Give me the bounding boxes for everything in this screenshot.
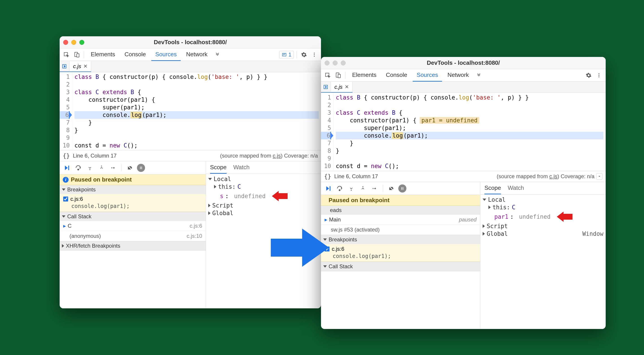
window-title: DevTools - localhost:8080/ [321,60,606,66]
breakpoints-header[interactable]: Breakpoints [60,185,206,194]
step-icon[interactable] [370,184,379,193]
code-editor[interactable]: 12345678910 class B { constructor(p) { c… [60,72,321,150]
window-titlebar: DevTools - localhost:8080/ [60,36,321,48]
svg-point-11 [101,166,102,166]
more-tabs-icon[interactable] [213,50,222,59]
breakpoint-item[interactable]: c.js:6 console.log(par1); [60,194,206,212]
debugger-right: Scope Watch Local this: C par1: undefine… [480,182,606,329]
tab-watch[interactable]: Watch [508,182,524,194]
scope-script[interactable]: Script [482,222,604,230]
tab-console[interactable]: Console [120,48,150,61]
svg-point-6 [314,56,315,57]
tab-sources[interactable]: Sources [151,48,181,61]
device-toggle-icon[interactable] [72,50,81,59]
close-icon[interactable]: ✕ [84,64,88,69]
debugger-left: i Paused on breakpoint Breakpoints c.js:… [60,161,206,308]
step-out-icon[interactable] [97,163,106,172]
step-over-icon[interactable] [74,163,83,172]
scope-this[interactable]: this: C [488,204,604,211]
scope-global[interactable]: Global [208,209,319,217]
window-titlebar: DevTools - localhost:8080/ [321,57,606,69]
breakpoint-snippet: console.log(par1); [71,203,203,209]
svg-point-4 [314,53,315,54]
tab-scope[interactable]: Scope [210,162,226,174]
breakpoint-checkbox[interactable] [63,196,68,202]
xhr-breakpoints-header[interactable]: XHR/fetch Breakpoints [60,241,206,250]
minimize-window-icon[interactable] [333,60,338,66]
scope-variable[interactable]: s: undefined [220,190,319,202]
breakpoints-header[interactable]: Breakpoints [321,235,480,244]
gear-icon[interactable] [584,71,593,80]
paused-text: Paused on breakpoint [324,197,390,204]
code-body[interactable]: class B { constructor(p) { console.log('… [72,72,321,150]
line-gutter[interactable]: 12345678910 [321,93,334,171]
coverage-dropdown-icon[interactable] [596,173,602,180]
breakpoint-item[interactable]: c.js:6 console.log(par1); [321,244,480,262]
step-into-icon[interactable] [85,163,94,172]
svg-point-19 [598,75,600,76]
callstack-header[interactable]: Call Stack [60,212,206,221]
scope-global[interactable]: GlobalWindow [482,230,604,238]
threads-section: eads ▸Mainpaused sw.js #53 (activated) [321,206,480,235]
more-tabs-icon[interactable] [474,71,483,80]
toggle-navigator-icon[interactable] [321,82,331,92]
deactivate-breakpoints-icon[interactable] [387,184,396,193]
scope-local[interactable]: Local [482,196,604,204]
zoom-window-icon[interactable] [79,40,84,45]
file-tab-cjs[interactable]: c.js ✕ [331,82,352,92]
close-window-icon[interactable] [324,60,330,66]
braces-icon[interactable]: {} [324,173,331,180]
scope-local[interactable]: Local [208,175,319,183]
resume-icon[interactable] [323,184,333,193]
minimize-window-icon[interactable] [71,40,76,45]
breakpoints-section: Breakpoints c.js:6 console.log(par1); [60,185,206,212]
callstack-frame[interactable]: ▸Cc.js:6 [60,221,206,231]
close-icon[interactable]: ✕ [345,84,349,90]
toggle-navigator-icon[interactable] [60,61,70,72]
tab-scope[interactable]: Scope [484,182,501,194]
tab-watch[interactable]: Watch [233,162,250,174]
step-into-icon[interactable] [346,184,356,193]
svg-point-9 [78,169,79,170]
tab-elements[interactable]: Elements [87,48,119,61]
highlight-arrow-icon [272,191,288,201]
tab-console[interactable]: Console [382,69,411,82]
kebab-menu-icon[interactable] [594,71,604,80]
issues-badge[interactable]: 1 [279,51,294,58]
scope-this[interactable]: this: C [214,183,319,190]
scope-script[interactable]: Script [208,202,319,209]
deactivate-breakpoints-icon[interactable] [125,163,135,172]
kebab-menu-icon[interactable] [310,50,319,59]
code-editor[interactable]: 12345678910 class B { constructor(p) { c… [321,93,606,171]
resume-icon[interactable] [62,163,71,172]
pause-exceptions-icon[interactable] [137,164,145,172]
step-over-icon[interactable] [335,184,344,193]
device-toggle-icon[interactable] [334,71,342,80]
tab-network[interactable]: Network [444,69,473,82]
thread-item[interactable]: sw.js #53 (activated) [321,225,480,235]
file-tab-bar: c.js ✕ [60,61,321,72]
pause-exceptions-icon[interactable] [398,184,406,192]
scope-variable[interactable]: par1: undefined [494,211,604,222]
tab-network[interactable]: Network [182,48,212,61]
zoom-window-icon[interactable] [341,60,346,66]
inline-value-hint: par1 = undefined [420,117,479,124]
callstack-header[interactable]: Call Stack [321,262,480,271]
svg-rect-17 [338,74,340,78]
thread-item[interactable]: ▸Mainpaused [321,215,480,225]
braces-icon[interactable]: {} [63,152,70,159]
threads-header[interactable]: eads [321,206,480,215]
code-body[interactable]: class B { constructor(p) { console.log('… [334,93,606,171]
callstack-frame[interactable]: (anonymous)c.js:10 [60,231,206,241]
tab-elements[interactable]: Elements [348,69,380,82]
tab-sources[interactable]: Sources [413,69,442,82]
svg-rect-8 [68,166,69,170]
file-tab-cjs[interactable]: c.js ✕ [70,61,91,72]
line-gutter[interactable]: 12345678910 [60,72,72,150]
gear-icon[interactable] [300,50,308,59]
step-icon[interactable] [108,163,118,172]
inspect-icon[interactable] [62,50,71,59]
step-out-icon[interactable] [358,184,368,193]
inspect-icon[interactable] [323,71,332,80]
close-window-icon[interactable] [63,40,68,45]
